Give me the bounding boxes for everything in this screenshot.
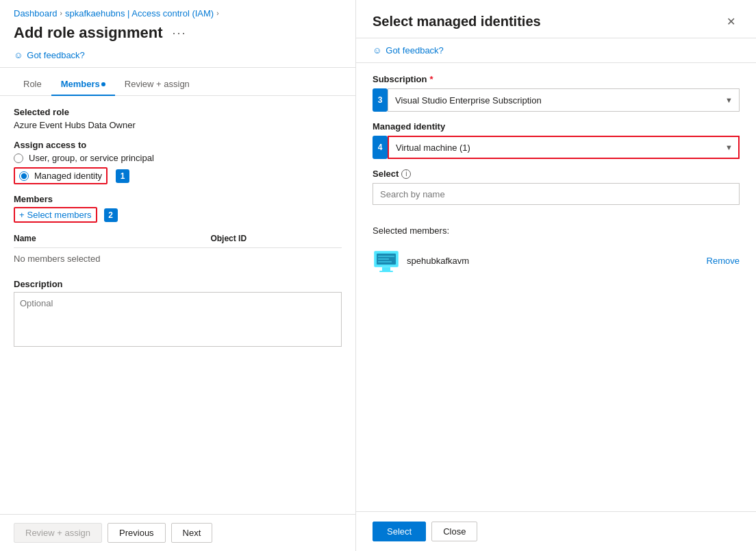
panel-header: Select managed identities ✕ — [356, 0, 756, 38]
breadcrumb: Dashboard › spkafkaehubns | Access contr… — [0, 0, 355, 21]
subscription-field-row: Subscription * 3 Visual Studio Enterpris… — [373, 74, 740, 112]
member-info: spehubkafkavm — [373, 247, 469, 274]
step1-badge: 1 — [116, 169, 129, 183]
selected-member-row: spehubkafkavm Remove — [373, 243, 740, 278]
select-members-plus: + — [19, 210, 25, 220]
select-field-row: Select i — [373, 169, 740, 205]
managed-identity-value: Virtual machine (1) — [396, 143, 470, 153]
assign-access-section: Assign access to User, group, or service… — [14, 140, 342, 184]
select-field-label: Select — [373, 169, 399, 179]
subscription-value: Visual Studio Enterprise Subscription — [395, 95, 542, 106]
feedback-icon: ☺ — [14, 50, 23, 60]
radio-user-label: User, group, or service principal — [29, 153, 154, 163]
tab-members[interactable]: Members — [51, 73, 115, 96]
radio-user[interactable]: User, group, or service principal — [14, 153, 342, 163]
breadcrumb-chevron-2: › — [216, 10, 218, 17]
page-title: Add role assignment — [14, 24, 163, 42]
selected-members-label: Selected members: — [373, 225, 740, 236]
feedback-row[interactable]: ☺ Got feedback? — [0, 47, 355, 67]
select-info-icon[interactable]: i — [401, 169, 411, 179]
assign-access-label: Assign access to — [14, 140, 342, 150]
right-panel: Select managed identities ✕ ☺ Got feedba… — [356, 0, 756, 551]
left-panel: Dashboard › spkafkaehubns | Access contr… — [0, 0, 356, 551]
radio-managed-label: Managed identity — [34, 171, 102, 181]
next-button[interactable]: Next — [171, 523, 213, 543]
managed-identity-dropdown[interactable]: Virtual machine (1) — [388, 136, 740, 159]
members-section: Members + Select members 2 Name Object I… — [14, 194, 342, 269]
vm-icon — [373, 247, 400, 274]
selected-role-label: Selected role — [14, 107, 342, 117]
tab-role[interactable]: Role — [14, 73, 51, 96]
svg-rect-2 — [382, 267, 390, 271]
panel-footer: Select Close — [356, 511, 756, 551]
description-label: Description — [14, 279, 342, 289]
svg-rect-5 — [378, 258, 389, 260]
subscription-dropdown-container: Visual Studio Enterprise Subscription ▼ — [388, 88, 740, 112]
panel-title: Select managed identities — [373, 14, 541, 29]
svg-rect-4 — [378, 256, 394, 257]
members-label: Members — [14, 194, 342, 204]
step4-badge: 4 — [373, 136, 388, 159]
radio-managed[interactable]: Managed identity 1 — [14, 167, 342, 184]
selected-role-section: Selected role Azure Event Hubs Data Owne… — [14, 107, 342, 130]
more-options-button[interactable]: ··· — [170, 26, 190, 40]
tab-members-dot — [101, 82, 105, 86]
radio-user-input[interactable] — [14, 154, 23, 163]
subscription-label: Subscription * — [373, 74, 740, 84]
step3-badge: 3 — [373, 88, 388, 112]
step2-badge: 2 — [104, 208, 118, 222]
close-panel-button[interactable]: ✕ — [722, 14, 740, 29]
subscription-required-star: * — [429, 74, 433, 84]
radio-managed-input[interactable] — [19, 171, 29, 181]
panel-feedback-label: Got feedback? — [386, 45, 444, 56]
panel-content: Subscription * 3 Visual Studio Enterpris… — [356, 63, 756, 511]
review-assign-button[interactable]: Review + assign — [14, 523, 102, 543]
col-name-header: Name — [14, 230, 210, 248]
managed-identity-row: 4 Virtual machine (1) ▼ — [373, 136, 740, 159]
select-members-label: Select members — [27, 210, 92, 220]
search-input[interactable] — [373, 183, 740, 205]
svg-rect-6 — [378, 261, 392, 262]
breadcrumb-iam[interactable]: spkafkaehubns | Access control (IAM) — [65, 8, 214, 19]
tabs-row: Role Members Review + assign — [0, 68, 355, 96]
managed-identity-label: Managed identity — [373, 121, 740, 132]
breadcrumb-chevron-1: › — [60, 10, 62, 17]
select-button[interactable]: Select — [373, 522, 426, 541]
remove-member-link[interactable]: Remove — [707, 256, 740, 266]
panel-feedback-icon: ☺ — [373, 45, 381, 56]
select-members-row: + Select members 2 — [14, 207, 342, 223]
content-area: Selected role Azure Event Hubs Data Owne… — [0, 96, 355, 514]
description-section: Description — [14, 279, 342, 349]
feedback-label: Got feedback? — [27, 50, 85, 60]
left-footer: Review + assign Previous Next — [0, 514, 355, 551]
managed-identity-dropdown-container: Virtual machine (1) ▼ — [388, 136, 740, 159]
member-name: spehubkafkavm — [407, 256, 469, 266]
table-row-empty: No members selected — [14, 248, 342, 270]
empty-text: No members selected — [14, 248, 342, 270]
page-title-row: Add role assignment ··· — [0, 21, 355, 47]
select-members-button[interactable]: + Select members — [14, 207, 97, 223]
description-textarea[interactable] — [14, 292, 342, 347]
members-table: Name Object ID No members selected — [14, 230, 342, 269]
col-object-id-header: Object ID — [210, 230, 342, 248]
managed-identity-field-row: Managed identity 4 Virtual machine (1) ▼ — [373, 121, 740, 159]
svg-rect-3 — [379, 271, 393, 272]
select-label-row: Select i — [373, 169, 740, 179]
breadcrumb-dashboard[interactable]: Dashboard — [14, 8, 58, 19]
panel-feedback[interactable]: ☺ Got feedback? — [356, 38, 756, 63]
subscription-dropdown[interactable]: Visual Studio Enterprise Subscription — [388, 88, 740, 112]
close-button[interactable]: Close — [431, 522, 477, 541]
selected-role-value: Azure Event Hubs Data Owner — [14, 120, 342, 130]
selected-members-section: Selected members: spehubkafkavm R — [373, 215, 740, 278]
previous-button[interactable]: Previous — [108, 523, 166, 543]
subscription-dropdown-row: 3 Visual Studio Enterprise Subscription … — [373, 88, 740, 112]
tab-review[interactable]: Review + assign — [115, 73, 199, 96]
